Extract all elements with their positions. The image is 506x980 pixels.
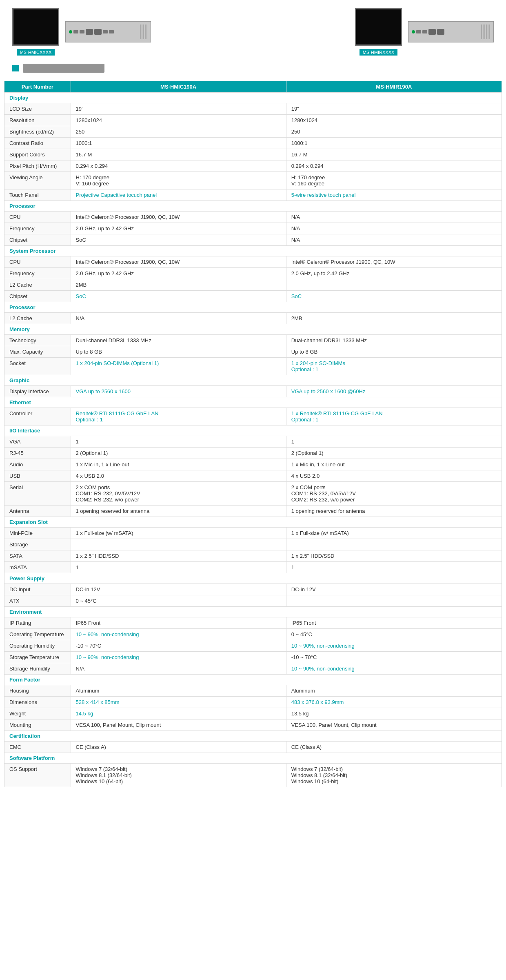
rack-port-3 [86,29,93,35]
section-name: Power Supply [4,573,502,584]
vent-1 [140,24,141,39]
header-part-number: Part Number [4,81,71,93]
row-label: OS Support [4,764,71,787]
row-label: Housing [4,685,71,697]
header-col1: MS-HMIC190A [71,81,286,93]
vent-r3 [484,24,485,39]
product-images-section: MS-HMICXXXX [0,0,506,60]
row-label: CPU [4,256,71,268]
rack-port-r4 [437,29,444,35]
monitor-image [12,8,59,46]
row-val1: SoC [71,291,286,302]
row-label: Audio [4,459,71,470]
table-row: Storage HumidityN/A10 ~ 90%, non-condens… [4,663,502,675]
table-row: ChipsetSoCN/A [4,234,502,246]
row-val2: Up to 8 GB [286,346,502,358]
row-label: DC Input [4,584,71,595]
section-header-row: System Processor [4,246,502,256]
row-val1: Up to 8 GB [71,346,286,358]
row-val2: 1 x Mic-in, 1 x Line-out [286,459,502,470]
section-header-row: Graphic [4,375,502,386]
row-label: Frequency [4,223,71,234]
row-label: RJ-45 [4,448,71,459]
row-label: EMC [4,742,71,753]
row-val1: 10 ~ 90%, non-condensing [71,629,286,640]
row-val1: 2.0 GHz, up to 2.42 GHz [71,268,286,279]
row-label: CPU [4,212,71,223]
row-label: Socket [4,358,71,375]
header-col2: MS-HMIR190A [286,81,502,93]
row-val1 [71,539,286,550]
row-val1: 1 [71,562,286,573]
vent-r4 [486,24,487,39]
rack-port-4 [94,29,102,35]
row-val1: -10 ~ 70°C [71,640,286,652]
row-val1: 10 ~ 90%, non-condensing [71,652,286,663]
row-label: L2 Cache [4,313,71,324]
table-row: Weight14.5 kg13.5 kg [4,708,502,719]
right-product-label: MS-HMIRXXXX [360,49,398,56]
row-label: mSATA [4,562,71,573]
row-val1: SoC [71,234,286,246]
row-val2: 2 x COM portsCOM1: RS-232, 0V/5V/12VCOM2… [286,482,502,506]
row-label: Contrast Ratio [4,138,71,149]
rack-port-r3 [428,29,436,35]
row-val2: SoC [286,291,502,302]
row-val2: 1 x Full-size (w/ mSATA) [286,528,502,539]
row-val2: 0 ~ 45°C [286,629,502,640]
row-val1: DC-in 12V [71,584,286,595]
row-val1: Windows 7 (32/64-bit)Windows 8.1 (32/64-… [71,764,286,787]
row-label: Mini-PCIe [4,528,71,539]
row-label: Max. Capacity [4,346,71,358]
section-header-row: Power Supply [4,573,502,584]
section-name: Processor [4,201,502,212]
table-row: Max. CapacityUp to 8 GBUp to 8 GB [4,346,502,358]
row-val1: 1 opening reserved for antenna [71,506,286,517]
section-name: Display [4,93,502,103]
row-val1: 2 x COM portsCOM1: RS-232, 0V/5V/12VCOM2… [71,482,286,506]
row-val2: 2MB [286,313,502,324]
section-header-row: Software Platform [4,753,502,764]
row-val1: 0 ~ 45°C [71,595,286,607]
table-row: Contrast Ratio1000:11000:1 [4,138,502,149]
table-row: Dimensions528 x 414 x 85mm483 x 376.8 x … [4,697,502,708]
row-val2: 2.0 GHz, up to 2.42 GHz [286,268,502,279]
rack-product-left [65,21,151,42]
rack-vents-left [140,24,147,39]
row-val2: 16.7 M [286,149,502,160]
row-val1: 14.5 kg [71,708,286,719]
row-val2: N/A [286,212,502,223]
rack-led-left [69,30,72,33]
table-row: Display InterfaceVGA up to 2560 x 1600VG… [4,386,502,397]
table-row: Frequency2.0 GHz, up to 2.42 GHz2.0 GHz,… [4,268,502,279]
table-row: SATA1 x 2.5" HDD/SSD1 x 2.5" HDD/SSD [4,550,502,562]
row-val1: 1 x 2.5" HDD/SSD [71,550,286,562]
rack-connectors-left [69,29,114,35]
blue-square-icon [12,65,19,71]
row-val1: Projective Capacitive tocuch panel [71,189,286,201]
row-label: Antenna [4,506,71,517]
table-row: RJ-452 (Optional 1)2 (Optional 1) [4,448,502,459]
row-val1: Dual-channel DDR3L 1333 MHz [71,335,286,346]
row-val1: 16.7 M [71,149,286,160]
row-val2: Aluminum [286,685,502,697]
row-val1: 0.294 x 0.294 [71,160,286,172]
row-val1: 528 x 414 x 85mm [71,697,286,708]
row-label: Technology [4,335,71,346]
row-val2 [286,595,502,607]
row-val1: CE (Class A) [71,742,286,753]
row-val2: Intel® Celeron® Processor J1900, QC, 10W [286,256,502,268]
row-label: USB [4,470,71,482]
section-name: Memory [4,324,502,335]
row-val2: 1 opening reserved for antenna [286,506,502,517]
vent-4 [145,24,146,39]
table-row: Brightness (cd/m2)250250 [4,126,502,138]
row-val1: N/A [71,663,286,675]
row-val1: 2MB [71,279,286,291]
table-row: ATX0 ~ 45°C [4,595,502,607]
row-label: Viewing Angle [4,172,71,189]
vent-r6 [489,24,490,39]
row-val2: 1000:1 [286,138,502,149]
row-val1: Intel® Celeron® Processor J1900, QC, 10W [71,212,286,223]
section-header-row: Memory [4,324,502,335]
